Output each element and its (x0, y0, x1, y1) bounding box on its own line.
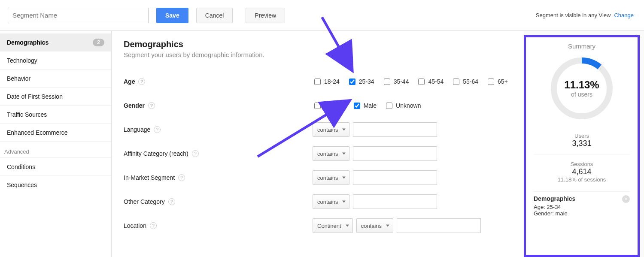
age-65[interactable]: 65+ (486, 77, 508, 86)
language-label: Language (124, 126, 150, 133)
visibility-change-link[interactable]: Change (614, 12, 634, 18)
help-icon[interactable]: ? (154, 126, 161, 133)
sidebar-item-label: Date of First Session (7, 93, 63, 100)
topbar: Save Cancel Preview Segment is visible i… (0, 0, 644, 31)
sidebar-section-advanced: Advanced (0, 142, 111, 158)
sidebar-item-behavior[interactable]: Behavior (0, 70, 111, 88)
sidebar-item-label: Sequences (7, 181, 37, 188)
gender-label: Gender (124, 102, 145, 109)
sessions-value: 4,614 (534, 167, 630, 176)
sessions-label: Sessions (534, 161, 630, 167)
in-market-label: In-Market Segment (124, 174, 175, 181)
age-55-64-checkbox[interactable] (453, 79, 459, 85)
sidebar-item-traffic[interactable]: Traffic Sources (0, 106, 111, 124)
sidebar-item-label: Behavior (7, 75, 30, 82)
preview-button[interactable]: Preview (246, 8, 285, 23)
sidebar: Demographics 2 Technology Behavior Date … (0, 31, 112, 257)
sidebar-item-label: Conditions (7, 163, 35, 170)
location-input[interactable] (397, 218, 481, 233)
other-cat-label: Other Category (124, 198, 165, 205)
summary-pct-sub: of users (564, 91, 599, 98)
other-cat-operator-select[interactable]: contains (313, 194, 349, 209)
save-button[interactable]: Save (156, 8, 188, 23)
in-market-input[interactable] (353, 170, 437, 185)
sidebar-item-label: Demographics (7, 39, 49, 46)
age-label: Age (124, 78, 135, 85)
summary-pct: 11.13% (564, 79, 599, 91)
age-25-34-checkbox[interactable] (349, 79, 355, 85)
users-label: Users (534, 133, 630, 139)
age-35-44[interactable]: 35-44 (382, 77, 409, 86)
location-operator-select[interactable]: contains (356, 218, 393, 233)
sidebar-item-demographics[interactable]: Demographics 2 (0, 33, 111, 51)
close-icon[interactable]: × (622, 195, 630, 203)
help-icon[interactable]: ? (168, 198, 175, 205)
other-cat-input[interactable] (353, 194, 437, 209)
sidebar-item-label: Traffic Sources (7, 111, 47, 118)
sessions-pct: 11.18% of sessions (534, 176, 630, 183)
summary-donut-chart: 11.13% of users (547, 54, 616, 123)
age-25-34[interactable]: 25-34 (347, 77, 374, 86)
gender-male[interactable]: Male (352, 101, 377, 110)
age-35-44-checkbox[interactable] (384, 79, 390, 85)
language-input[interactable] (353, 122, 437, 137)
sidebar-badge: 2 (93, 39, 104, 46)
age-45-54-checkbox[interactable] (418, 79, 425, 85)
sidebar-item-ecommerce[interactable]: Enhanced Ecommerce (0, 124, 111, 142)
sidebar-item-label: Technology (7, 57, 37, 64)
gender-male-checkbox[interactable] (354, 103, 360, 109)
age-options: 18-24 25-34 35-44 45-54 55-64 65+ (313, 77, 508, 86)
age-45-54[interactable]: 45-54 (416, 77, 444, 86)
cancel-button[interactable]: Cancel (196, 8, 233, 23)
gender-female[interactable]: Female (313, 101, 344, 110)
affinity-input[interactable] (353, 146, 437, 161)
help-icon[interactable]: ? (148, 102, 155, 109)
location-label: Location (124, 222, 146, 229)
age-65-checkbox[interactable] (488, 79, 494, 85)
location-dimension-select[interactable]: Continent (313, 218, 353, 233)
summary-panel: Summary 11.13% of users Users 3,331 Sess… (524, 35, 640, 257)
affinity-operator-select[interactable]: contains (313, 146, 349, 161)
help-icon[interactable]: ? (150, 222, 157, 229)
segment-name-input[interactable] (8, 8, 149, 23)
gender-unknown[interactable]: Unknown (384, 101, 421, 110)
visibility-text: Segment is visible in any View (536, 12, 611, 18)
summary-title: Summary (534, 42, 630, 50)
main-panel: Demographics Segment your users by demog… (112, 31, 524, 257)
summary-filter-block: × Demographics Age: 25-34 Gender: male (534, 191, 630, 217)
sidebar-item-conditions[interactable]: Conditions (0, 158, 111, 176)
help-icon[interactable]: ? (178, 174, 185, 181)
page-subtitle: Segment your users by demographic inform… (124, 51, 512, 58)
filter-line-gender: Gender: male (534, 210, 630, 217)
gender-unknown-checkbox[interactable] (386, 103, 392, 109)
users-value: 3,331 (534, 139, 630, 148)
age-55-64[interactable]: 55-64 (451, 77, 478, 86)
filter-title: Demographics (534, 195, 630, 202)
age-18-24-checkbox[interactable] (314, 79, 321, 85)
gender-female-checkbox[interactable] (314, 103, 321, 109)
in-market-operator-select[interactable]: contains (313, 170, 349, 185)
filter-line-age: Age: 25-34 (534, 204, 630, 210)
sidebar-item-technology[interactable]: Technology (0, 51, 111, 70)
sidebar-item-sequences[interactable]: Sequences (0, 176, 111, 194)
help-icon[interactable]: ? (138, 78, 145, 85)
gender-options: Female Male Unknown (313, 101, 421, 110)
help-icon[interactable]: ? (192, 150, 199, 157)
language-operator-select[interactable]: contains (313, 122, 349, 137)
age-18-24[interactable]: 18-24 (313, 77, 340, 86)
sidebar-item-first-session[interactable]: Date of First Session (0, 88, 111, 106)
page-title: Demographics (124, 39, 512, 49)
sidebar-item-label: Enhanced Ecommerce (7, 129, 68, 136)
affinity-label: Affinity Category (reach) (124, 150, 188, 157)
